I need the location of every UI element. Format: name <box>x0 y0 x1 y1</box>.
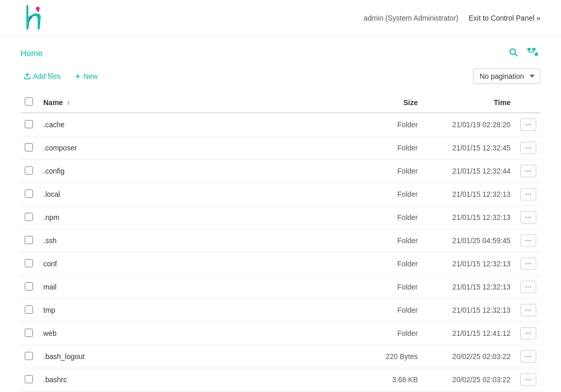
table-row: mailFolder21/01/15 12:32:13··· <box>21 276 540 299</box>
exit-link[interactable]: Exit to Control Panel » <box>469 14 540 22</box>
row-more-button[interactable]: ··· <box>520 258 536 270</box>
row-checkbox-cell <box>21 229 39 252</box>
pagination-select[interactable]: No pagination10 per page25 per page50 pe… <box>473 69 540 84</box>
row-name[interactable]: .ssh <box>39 229 360 252</box>
table-row: .npmFolder21/01/15 12:32:13··· <box>21 206 540 229</box>
row-time: 21/01/15 12:41:12 <box>422 322 515 345</box>
row-time: 21/01/15 12:32:13 <box>422 206 515 229</box>
user-info: admin (System Administrator) <box>364 14 458 22</box>
row-checkbox[interactable] <box>25 329 33 337</box>
table-row: .localFolder21/01/15 12:32:13··· <box>21 183 540 206</box>
row-name[interactable]: conf <box>39 252 360 276</box>
table-row: .bashrc3.68 KB20/02/25 02:03:22··· <box>21 368 540 391</box>
row-actions-cell: ··· <box>515 252 540 276</box>
search-icon-button[interactable] <box>506 46 520 60</box>
select-all-checkbox[interactable] <box>25 97 33 106</box>
row-name[interactable]: .local <box>39 183 360 206</box>
row-more-button[interactable]: ··· <box>520 281 536 293</box>
row-name[interactable]: web <box>39 322 360 345</box>
row-more-button[interactable]: ··· <box>520 142 536 154</box>
row-more-button[interactable]: ··· <box>520 327 536 339</box>
row-checkbox[interactable] <box>25 259 33 267</box>
row-more-button[interactable]: ··· <box>520 118 536 131</box>
row-name[interactable]: .bashrc <box>39 368 360 391</box>
col-header-name[interactable]: Name ↑ <box>39 92 360 113</box>
row-time: 20/02/25 02:03:22 <box>422 345 515 368</box>
row-checkbox-cell <box>21 345 39 368</box>
row-more-button[interactable]: ··· <box>520 165 536 177</box>
row-more-button[interactable]: ··· <box>520 304 536 316</box>
row-size: Folder <box>360 252 422 276</box>
row-checkbox-cell <box>21 183 39 206</box>
upload-icon <box>24 73 31 80</box>
select-all-cell <box>21 92 39 113</box>
row-size: Folder <box>360 299 422 322</box>
breadcrumb-home[interactable]: Home <box>21 49 43 58</box>
row-checkbox-cell <box>21 299 39 322</box>
row-checkbox[interactable] <box>25 305 33 314</box>
row-time: 21/01/15 12:32:13 <box>422 299 515 322</box>
row-checkbox-cell <box>21 276 39 299</box>
table-row: .composerFolder21/01/15 12:32:45··· <box>21 137 540 160</box>
row-time: 21/01/25 04:59:45 <box>422 229 515 252</box>
new-label: New <box>83 72 98 80</box>
row-name[interactable]: .config <box>39 160 360 183</box>
new-button[interactable]: New <box>71 70 101 82</box>
row-checkbox[interactable] <box>25 352 33 360</box>
row-time: 21/01/15 12:32:45 <box>422 137 515 160</box>
row-actions-cell: ··· <box>515 345 540 368</box>
row-time: 21/01/19 02:28:20 <box>422 113 515 137</box>
main-content: Home <box>0 36 561 392</box>
row-checkbox[interactable] <box>25 166 33 175</box>
toolbar-top: Home <box>21 46 540 60</box>
row-actions-cell: ··· <box>515 160 540 183</box>
col-header-time[interactable]: Time <box>422 92 515 113</box>
row-more-button[interactable]: ··· <box>520 234 536 247</box>
row-actions-cell: ··· <box>515 322 540 345</box>
row-name[interactable]: .cache <box>39 113 360 137</box>
row-checkbox-cell <box>21 113 39 137</box>
logo <box>21 3 46 33</box>
row-size: Folder <box>360 160 422 183</box>
row-name[interactable]: mail <box>39 276 360 299</box>
search-icon <box>508 47 518 57</box>
tree-icon-button[interactable] <box>525 46 540 60</box>
col-name-label: Name <box>43 98 63 107</box>
row-name[interactable]: tmp <box>39 299 360 322</box>
row-size: Folder <box>360 137 422 160</box>
row-more-button[interactable]: ··· <box>520 188 536 200</box>
table-row: .configFolder21/01/15 12:32:44··· <box>21 160 540 183</box>
row-more-button[interactable]: ··· <box>520 373 536 386</box>
pagination-container: No pagination10 per page25 per page50 pe… <box>473 69 540 84</box>
row-checkbox[interactable] <box>25 143 33 151</box>
svg-line-1 <box>515 54 517 56</box>
table-row: webFolder21/01/15 12:41:12··· <box>21 322 540 345</box>
add-files-button[interactable]: Add files <box>21 70 64 82</box>
row-checkbox[interactable] <box>25 120 33 128</box>
row-checkbox[interactable] <box>25 282 33 291</box>
table-row: .bash_logout220 Bytes20/02/25 02:03:22··… <box>21 345 540 368</box>
row-size: Folder <box>360 113 422 137</box>
row-checkbox[interactable] <box>25 190 33 198</box>
row-checkbox[interactable] <box>25 236 33 244</box>
row-more-button[interactable]: ··· <box>520 350 536 363</box>
row-checkbox[interactable] <box>25 213 33 221</box>
sort-asc-icon: ↑ <box>67 99 70 107</box>
row-size: 3.68 KB <box>360 368 422 391</box>
row-name[interactable]: .bash_logout <box>39 345 360 368</box>
table-row: .sshFolder21/01/25 04:59:45··· <box>21 229 540 252</box>
row-size: Folder <box>360 183 422 206</box>
col-header-size[interactable]: Size <box>360 92 422 113</box>
row-actions-cell: ··· <box>515 137 540 160</box>
table-body: .cacheFolder21/01/19 02:28:20···.compose… <box>21 113 540 391</box>
toolbar-icons <box>506 46 540 60</box>
row-name[interactable]: .composer <box>39 137 360 160</box>
row-checkbox-cell <box>21 252 39 276</box>
table-row: .cacheFolder21/01/19 02:28:20··· <box>21 113 540 137</box>
col-size-label: Size <box>403 98 418 107</box>
row-name[interactable]: .npm <box>39 206 360 229</box>
row-checkbox[interactable] <box>25 375 33 383</box>
row-more-button[interactable]: ··· <box>520 211 536 224</box>
row-actions-cell: ··· <box>515 276 540 299</box>
action-left: Add files New <box>21 70 101 82</box>
